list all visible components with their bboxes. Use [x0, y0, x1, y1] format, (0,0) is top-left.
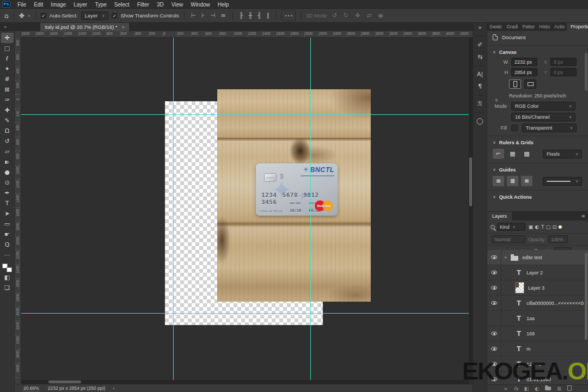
crop-tool[interactable]: # — [1, 74, 14, 84]
filter-image-icon[interactable]: ▣ — [528, 224, 534, 230]
eyedropper-tool[interactable]: ✑ — [1, 95, 14, 105]
gradient-tool[interactable] — [1, 157, 14, 167]
hand-tool[interactable]: ☛ — [1, 229, 14, 240]
new-guide-layout-icon[interactable]: ≡ — [493, 176, 504, 186]
color-mode-dropdown[interactable]: RGB Color ∨ — [511, 102, 575, 111]
visibility-toggle[interactable] — [487, 311, 501, 326]
units-dropdown[interactable]: Pixels∨ — [543, 150, 582, 158]
link-layers-icon[interactable]: ∞ — [504, 385, 508, 392]
layer-row[interactable]: ∨edite text — [487, 250, 588, 265]
grid-icon[interactable]: ▦ — [507, 149, 518, 159]
visibility-toggle[interactable] — [487, 341, 501, 356]
layer-group-icon[interactable] — [545, 387, 551, 390]
object-selection-tool[interactable]: ✦ — [1, 64, 14, 74]
shape-tool[interactable]: ▭ — [1, 219, 14, 229]
close-tab-icon[interactable]: × — [121, 24, 124, 30]
height-field[interactable]: 2854 px — [511, 68, 537, 76]
auto-select-checkbox[interactable]: ✓ — [41, 13, 46, 19]
layer-row[interactable]: Tm — [487, 341, 588, 357]
tab-patter[interactable]: Patter — [520, 23, 537, 31]
menu-type[interactable]: Type — [91, 2, 111, 8]
width-field[interactable]: 2232 px — [511, 58, 537, 66]
brush-tool[interactable]: ✎ — [1, 115, 14, 126]
zoom-tool[interactable]: Q — [1, 240, 14, 250]
bank-card-image[interactable]: ✦ ✦ ))) ✳ BNCTL 1234 5678 9012 3456 10/1… — [256, 163, 338, 216]
visibility-toggle[interactable] — [487, 265, 501, 280]
tab-histo[interactable]: Histo — [537, 23, 552, 31]
history-brush-tool[interactable]: ↺ — [1, 136, 14, 146]
tab-properties[interactable]: Properties — [567, 23, 588, 31]
eraser-tool[interactable]: ▱ — [1, 146, 14, 157]
edit-toolbar-icon[interactable]: ⋯ — [1, 250, 14, 260]
photoshop-logo-icon[interactable]: Ps — [2, 1, 10, 8]
distribute-center-icon[interactable]: ╫ — [247, 12, 254, 19]
visibility-toggle[interactable] — [487, 326, 501, 341]
tab-layers[interactable]: Layers — [487, 212, 512, 220]
scrollbar-thumb[interactable] — [48, 381, 81, 383]
portrait-orientation-button[interactable] — [509, 79, 521, 89]
menu-3d[interactable]: 3D — [153, 2, 168, 8]
blur-tool[interactable]: ● — [1, 167, 14, 177]
paragraph-panel-icon[interactable]: ¶ — [478, 83, 482, 90]
horizontal-ruler[interactable]: 2000180016001400120010008006004002000200… — [21, 31, 473, 38]
vertical-ruler[interactable]: 8006004002000200400600800100012001400160… — [15, 38, 21, 384]
filter-toggle-icon[interactable]: ● — [558, 224, 563, 229]
type-tool[interactable]: T — [1, 198, 14, 209]
chevron-down-icon[interactable]: ∨ — [28, 14, 30, 18]
brush-settings-panel-icon[interactable]: ✐ — [477, 41, 482, 48]
zoom-level-field[interactable]: 20.66% — [22, 385, 40, 391]
screen-mode-icon[interactable]: ❏ — [1, 283, 14, 293]
guide-style-dropdown[interactable]: ∨ — [543, 177, 582, 186]
lock-guides-icon[interactable]: ≣ — [507, 176, 518, 186]
background-color-swatch[interactable] — [7, 267, 12, 272]
menu-file[interactable]: File — [14, 2, 30, 8]
move-tool[interactable]: ✛ — [1, 33, 14, 43]
distribute-right-icon[interactable]: ╢ — [256, 12, 263, 19]
menu-filter[interactable]: Filter — [133, 2, 153, 8]
clear-guides-icon[interactable]: ≋ — [521, 176, 532, 186]
blend-mode-dropdown[interactable]: Normal — [492, 235, 525, 243]
vertical-scrollbar[interactable] — [469, 38, 473, 380]
landscape-orientation-button[interactable] — [524, 79, 536, 89]
fill-color-swatch[interactable] — [511, 125, 518, 131]
adjustments-panel-icon[interactable]: ⇆ — [477, 53, 482, 60]
pixel-grid-icon[interactable]: ▩ — [521, 149, 532, 159]
adjustment-layer-icon[interactable]: ◐ — [535, 385, 539, 392]
clone-stamp-tool[interactable]: Ω — [1, 126, 14, 136]
status-chevron-icon[interactable]: › — [113, 385, 114, 391]
visibility-toggle[interactable] — [487, 296, 501, 310]
chevron-down-icon[interactable]: ∨ — [504, 255, 507, 260]
more-options-icon[interactable]: ⋯ — [281, 10, 296, 21]
tab-swatc[interactable]: Swatc — [487, 23, 504, 31]
menu-layer[interactable]: Layer — [70, 2, 91, 8]
tab-overflow-icon[interactable]: » — [4, 24, 7, 29]
horizontal-scrollbar[interactable] — [21, 380, 469, 384]
character-panel-icon[interactable]: A| — [477, 71, 483, 78]
rulers-grids-section-header[interactable]: ∨ Rulers & Grids — [487, 138, 588, 147]
scrollbar-thumb[interactable] — [585, 53, 587, 91]
menu-view[interactable]: View — [168, 2, 187, 8]
scrollbar-thumb[interactable] — [585, 253, 587, 340]
menu-help[interactable]: Help — [214, 2, 233, 8]
layer-row[interactable]: T1aa — [487, 311, 588, 326]
fill-dropdown[interactable]: Transparent ∨ — [522, 124, 577, 132]
foreground-background-swatches[interactable] — [2, 264, 12, 272]
ruler-corner-icon[interactable]: ⌐ — [493, 149, 504, 159]
marquee-tool[interactable]: ▢ — [1, 43, 14, 53]
guides-section-header[interactable]: ∨ Guides — [487, 166, 588, 174]
vertical-guide[interactable] — [310, 38, 311, 380]
auto-select-target-dropdown[interactable]: Layer ∨ — [81, 11, 109, 20]
tab-actio[interactable]: Actio — [552, 23, 567, 31]
layer-row[interactable]: Layer 3 — [487, 280, 588, 296]
menu-window[interactable]: Window — [187, 2, 214, 8]
filter-smart-object-icon[interactable]: ⊡ — [552, 224, 558, 230]
filter-adjustment-icon[interactable]: ◐ — [534, 224, 540, 230]
collapse-panels-icon[interactable]: » — [478, 24, 482, 31]
layer-row[interactable]: T169 — [487, 326, 588, 341]
scrollbar-thumb[interactable] — [469, 157, 472, 206]
path-selection-tool[interactable]: ➤ — [1, 209, 14, 219]
horizontal-guide[interactable] — [21, 114, 469, 115]
layer-mask-icon[interactable]: ◧ — [524, 385, 529, 392]
wood-texture-photo-layer[interactable]: ✦ ✦ ))) ✳ BNCTL 1234 5678 9012 3456 10/1… — [217, 89, 371, 302]
bit-depth-dropdown[interactable]: 16 Bits/Channel ∨ — [511, 113, 575, 121]
